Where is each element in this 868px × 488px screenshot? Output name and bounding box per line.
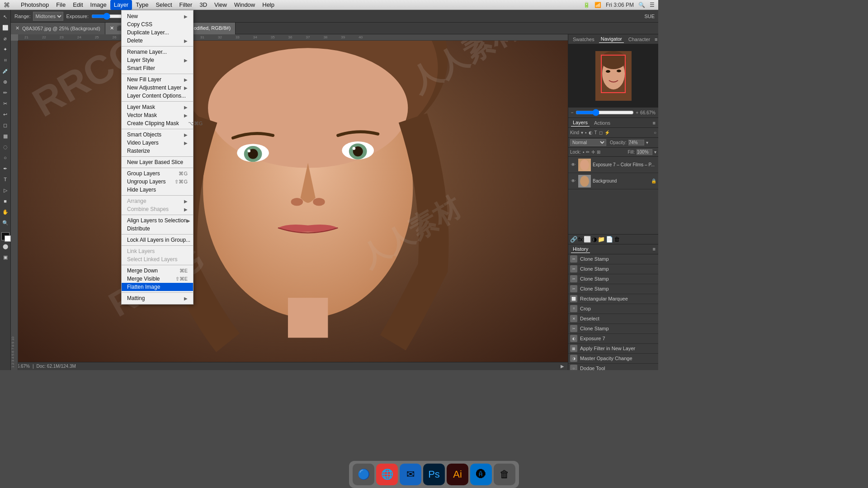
blur-tool[interactable]: ◌	[0, 142, 10, 152]
status-arrow[interactable]: ▶	[561, 364, 564, 369]
eraser-tool[interactable]: ◻	[0, 120, 10, 130]
add-style-btn[interactable]: fx	[578, 236, 583, 243]
history-item-1[interactable]: ✂ Clone Stamp	[568, 264, 658, 274]
history-item-6[interactable]: ✕ Deselect	[568, 314, 658, 324]
history-item-3[interactable]: ✂ Clone Stamp	[568, 284, 658, 294]
crop-tool[interactable]: ⌗	[0, 55, 10, 65]
brush-tool[interactable]: ✏	[0, 88, 10, 98]
menu-layer-mask[interactable]: Layer Mask ▶	[122, 103, 193, 111]
lock-position-btn[interactable]: ✛	[591, 150, 595, 155]
type-tool[interactable]: T	[0, 174, 10, 184]
menu-vector-mask[interactable]: Vector Mask ▶	[122, 111, 193, 119]
menu-ungroup-layers[interactable]: Ungroup Layers ⇧⌘G	[122, 178, 193, 186]
filter-smart[interactable]: ⚡	[604, 130, 610, 135]
eyedropper-tool[interactable]: 💉	[0, 66, 10, 76]
menu-new-fill-layer[interactable]: New Fill Layer ▶	[122, 75, 193, 84]
menu-hide-layers[interactable]: Hide Layers	[122, 186, 193, 194]
navigator-tab[interactable]: Navigator	[599, 35, 624, 43]
history-panel-menu[interactable]: ≡	[653, 246, 656, 252]
swatches-tab[interactable]: Swatches	[571, 36, 596, 43]
menu-file[interactable]: File	[52, 0, 69, 10]
lock-pixels-btn[interactable]: ✏	[586, 150, 590, 155]
menu-type[interactable]: Type	[132, 0, 152, 10]
menu-flatten-image[interactable]: Flatten Image	[122, 283, 193, 291]
actions-tab[interactable]: Actions	[592, 119, 612, 127]
add-mask-btn[interactable]: ⬜	[584, 236, 591, 243]
zoom-in-btn[interactable]: +	[636, 110, 638, 115]
menu-layer-content-options[interactable]: Layer Content Options...	[122, 92, 193, 100]
quick-mask-tool[interactable]: ⬤	[0, 241, 10, 251]
filter-dropdown[interactable]: ▾	[581, 130, 583, 135]
new-fill-layer-btn[interactable]: ◑	[592, 236, 597, 243]
menu-new-adjustment-layer[interactable]: New Adjustment Layer ▶	[122, 84, 193, 92]
menu-layer-style[interactable]: Layer Style ▶	[122, 56, 193, 64]
lock-artboard-btn[interactable]: ⊞	[597, 150, 600, 155]
marquee-tool[interactable]: ⬜	[0, 23, 10, 33]
layers-tab[interactable]: Layers	[571, 119, 590, 127]
layer-eye-2[interactable]: 👁	[570, 178, 576, 184]
healing-brush-tool[interactable]: ⊕	[0, 77, 10, 87]
history-item-9[interactable]: ▦ Apply Filter in New Layer	[568, 344, 658, 354]
menu-filter[interactable]: Filter	[176, 0, 196, 10]
history-item-2[interactable]: ✂ Clone Stamp	[568, 274, 658, 284]
tab-close-btn[interactable]: ✕	[15, 25, 19, 31]
lock-transparency-btn[interactable]: ▪	[583, 150, 585, 155]
menu-delete[interactable]: Delete ▶	[122, 37, 193, 45]
menu-merge-down[interactable]: Merge Down ⌘E	[122, 267, 193, 275]
menu-photoshop[interactable]: Photoshop	[17, 0, 52, 10]
menu-smart-objects[interactable]: Smart Objects ▶	[122, 131, 193, 139]
menu-3d[interactable]: 3D	[196, 0, 211, 10]
apple-logo[interactable]: ⌘	[4, 1, 10, 9]
clone-stamp-tool[interactable]: ✂	[0, 99, 10, 108]
menu-image[interactable]: Image	[87, 0, 110, 10]
zoom-tool[interactable]: 🔍	[0, 218, 10, 228]
filter-adj[interactable]: ◐	[589, 130, 593, 135]
history-item-8[interactable]: ◐ Exposure 7	[568, 334, 658, 344]
opacity-input[interactable]	[628, 140, 644, 145]
menu-create-clipping-mask[interactable]: Create Clipping Mask ⌥⌘G	[122, 119, 193, 127]
menu-edit[interactable]: Edit	[69, 0, 86, 10]
delete-layer-btn[interactable]: 🗑	[614, 236, 620, 243]
history-item-10[interactable]: ◑ Master Opacity Change	[568, 354, 658, 364]
history-brush-tool[interactable]: ↩	[0, 109, 10, 119]
menu-merge-visible[interactable]: Merge Visible ⇧⌘E	[122, 275, 193, 283]
history-item-4[interactable]: ⬜ Rectangular Marquee	[568, 294, 658, 304]
opacity-arrow[interactable]: ▾	[646, 140, 648, 145]
layer-eye-1[interactable]: 👁	[570, 162, 576, 168]
search-icon[interactable]: 🔍	[638, 2, 645, 8]
magic-wand-tool[interactable]: ✦	[0, 44, 10, 54]
filter-pixel[interactable]: ▪	[585, 130, 587, 135]
menu-copy-css[interactable]: Copy CSS	[122, 20, 193, 28]
layers-panel-menu[interactable]: ≡	[653, 120, 656, 126]
menu-video-layers[interactable]: Video Layers ▶	[122, 139, 193, 147]
menu-lock-all-layers[interactable]: Lock All Layers in Group...	[122, 236, 193, 244]
move-tool[interactable]: ↖	[0, 12, 10, 22]
menu-distribute[interactable]: Distribute	[122, 225, 193, 233]
hand-tool[interactable]: ✋	[0, 207, 10, 217]
menu-matting[interactable]: Matting ▶	[122, 294, 193, 302]
menu-group-layers[interactable]: Group Layers ⌘G	[122, 169, 193, 178]
character-tab[interactable]: Character	[627, 36, 652, 43]
tab-image1[interactable]: ✕ Q8A3057.jpg @ 25% (Background)	[11, 23, 105, 34]
menu-new-layer-based-slice[interactable]: New Layer Based Slice	[122, 158, 193, 166]
screen-mode-btn[interactable]: ▣	[0, 252, 10, 262]
blend-mode-select[interactable]: Normal	[570, 139, 606, 146]
history-tab[interactable]: History	[571, 245, 590, 253]
tab-close-btn-2[interactable]: ✕	[110, 25, 114, 31]
gradient-tool[interactable]: ▦	[0, 131, 10, 141]
menu-select[interactable]: Select	[152, 0, 175, 10]
lasso-tool[interactable]: ⌀	[0, 33, 10, 43]
fill-input[interactable]	[637, 149, 652, 155]
filter-shape[interactable]: ◻	[599, 130, 603, 135]
pen-tool[interactable]: ✒	[0, 164, 10, 174]
menu-rasterize[interactable]: Rasterize	[122, 147, 193, 155]
dodge-tool[interactable]: ○	[0, 153, 10, 163]
new-layer-btn[interactable]: 📄	[606, 236, 613, 243]
menu-help[interactable]: Help	[259, 0, 278, 10]
menu-icon[interactable]: ☰	[650, 2, 655, 8]
zoom-slider[interactable]	[576, 110, 634, 115]
layer-item-1[interactable]: 👁 Exposure 7 – Color Films – P...	[568, 157, 658, 173]
range-select[interactable]: Midtones	[33, 12, 63, 21]
filter-toggle[interactable]: ○	[654, 130, 656, 135]
history-item-11[interactable]: ○ Dodge Tool	[568, 364, 658, 371]
